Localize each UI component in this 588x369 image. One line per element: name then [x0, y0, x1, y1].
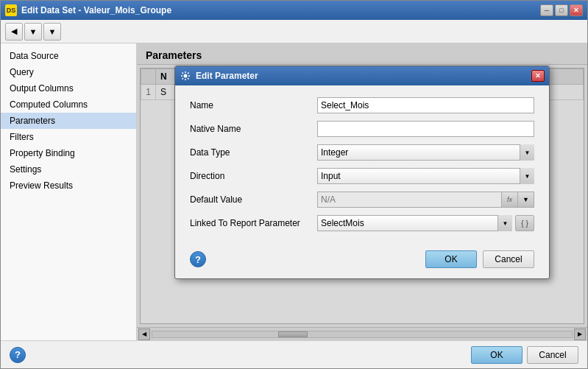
linked-param-label: Linked To Report Parameter: [190, 218, 311, 228]
sidebar-item-output-columns[interactable]: Output Columns: [1, 80, 136, 96]
default-value-wrapper: fx ▼: [317, 191, 534, 208]
default-value-label: Default Value: [190, 194, 311, 205]
modal-title: Edit Parameter: [196, 71, 530, 81]
svg-point-0: [184, 74, 188, 78]
direction-select-wrapper: Input Output InputOutput ▼: [317, 168, 534, 184]
bottom-action-buttons: OK Cancel: [471, 346, 578, 364]
direction-label: Direction: [190, 171, 311, 181]
sidebar-item-parameters[interactable]: Parameters: [1, 113, 136, 129]
name-input[interactable]: [317, 97, 534, 113]
dropdown-button2[interactable]: ▼: [43, 23, 61, 41]
sidebar-item-property-binding[interactable]: Property Binding: [1, 145, 136, 161]
name-label: Name: [190, 100, 311, 110]
content-area: Parameters N 1 S: [137, 43, 587, 340]
name-row: Name: [190, 97, 534, 113]
sidebar-item-preview-results[interactable]: Preview Results: [1, 178, 136, 194]
modal-close-button[interactable]: ✕: [531, 70, 545, 82]
native-name-input[interactable]: [317, 121, 534, 137]
direction-row: Direction Input Output InputOutput ▼: [190, 168, 534, 184]
default-value-more-button[interactable]: ▼: [518, 191, 534, 208]
modal-help-button[interactable]: ?: [190, 251, 206, 267]
sidebar: Data Source Query Output Columns Compute…: [1, 43, 137, 340]
sidebar-item-settings[interactable]: Settings: [1, 161, 136, 178]
sidebar-item-computed-columns[interactable]: Computed Columns: [1, 96, 136, 113]
native-name-label: Native Name: [190, 124, 311, 134]
modal-cancel-button[interactable]: Cancel: [483, 250, 534, 268]
default-value-fx-button[interactable]: fx: [502, 191, 518, 208]
sidebar-item-query[interactable]: Query: [1, 64, 136, 80]
modal-body: Name Native Name Data Type: [175, 85, 549, 243]
data-type-label: Data Type: [190, 147, 311, 158]
outer-window: DS Edit Data Set - Valeur_Mois_Groupe ─ …: [0, 0, 588, 369]
bottom-bar: ? OK Cancel: [1, 340, 587, 368]
sidebar-item-datasource[interactable]: Data Source: [1, 48, 136, 64]
close-button[interactable]: ✕: [570, 4, 583, 16]
linked-param-select-wrapper: SelectMois None ▼: [317, 215, 512, 231]
modal-ok-button[interactable]: OK: [425, 250, 477, 268]
outer-window-title: Edit Data Set - Valeur_Mois_Groupe: [21, 5, 539, 15]
back-button[interactable]: ◀: [5, 23, 23, 41]
main-layout: Data Source Query Output Columns Compute…: [1, 43, 587, 340]
maximize-button[interactable]: □: [555, 4, 568, 16]
dataset-icon: DS: [5, 4, 17, 16]
bottom-help-button[interactable]: ?: [10, 347, 26, 363]
modal-footer: ? OK Cancel: [175, 243, 549, 278]
linked-param-select[interactable]: SelectMois None: [317, 215, 512, 231]
linked-param-braces-button[interactable]: { }: [515, 215, 534, 231]
linked-param-controls: SelectMois None ▼ { }: [317, 215, 534, 231]
native-name-row: Native Name: [190, 121, 534, 137]
direction-select[interactable]: Input Output InputOutput: [317, 168, 534, 184]
default-value-row: Default Value fx ▼: [190, 191, 534, 208]
bottom-ok-button[interactable]: OK: [471, 346, 523, 364]
modal-action-buttons: OK Cancel: [425, 250, 534, 268]
outer-titlebar: DS Edit Data Set - Valeur_Mois_Groupe ─ …: [1, 1, 587, 20]
edit-parameter-dialog: Edit Parameter ✕ Name Native Name: [174, 66, 550, 279]
modal-titlebar: Edit Parameter ✕: [175, 66, 549, 85]
modal-overlay: Edit Parameter ✕ Name Native Name: [137, 43, 587, 340]
data-type-row: Data Type Integer String Date Float Bool…: [190, 144, 534, 161]
sidebar-item-filters[interactable]: Filters: [1, 129, 136, 145]
minimize-button[interactable]: ─: [540, 4, 553, 16]
data-type-select[interactable]: Integer String Date Float Boolean: [317, 144, 534, 161]
toolbar: ◀ ▼ ▼: [1, 20, 587, 43]
linked-param-row: Linked To Report Parameter SelectMois No…: [190, 215, 534, 231]
bottom-cancel-button[interactable]: Cancel: [527, 346, 578, 364]
dropdown-button1[interactable]: ▼: [24, 23, 42, 41]
data-type-select-wrapper: Integer String Date Float Boolean ▼: [317, 144, 534, 161]
modal-icon: [180, 70, 191, 82]
default-value-input: [317, 191, 502, 208]
